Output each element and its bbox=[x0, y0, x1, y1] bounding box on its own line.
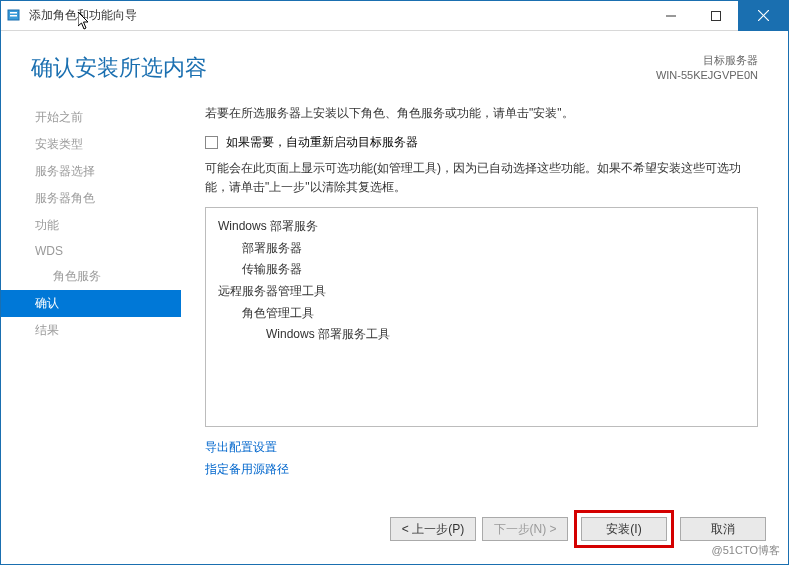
svg-rect-4 bbox=[711, 11, 720, 20]
previous-button[interactable]: < 上一步(P) bbox=[390, 517, 476, 541]
minimize-button[interactable] bbox=[648, 1, 693, 31]
sidebar-item-0[interactable]: 开始之前 bbox=[1, 104, 181, 131]
feature-item: 部署服务器 bbox=[218, 238, 745, 260]
next-button[interactable]: 下一步(N) > bbox=[482, 517, 568, 541]
header: 确认安装所选内容 目标服务器 WIN-55KEJGVPE0N bbox=[1, 31, 788, 94]
app-icon bbox=[7, 8, 23, 24]
sidebar-item-5[interactable]: WDS bbox=[1, 239, 181, 263]
sidebar-item-6[interactable]: 角色服务 bbox=[1, 263, 181, 290]
window-title: 添加角色和功能向导 bbox=[29, 7, 137, 24]
close-button[interactable] bbox=[738, 1, 788, 31]
export-config-link[interactable]: 导出配置设置 bbox=[205, 437, 758, 459]
target-server-name: WIN-55KEJGVPE0N bbox=[656, 68, 758, 83]
svg-rect-1 bbox=[10, 12, 17, 14]
feature-item: 传输服务器 bbox=[218, 259, 745, 281]
sidebar-item-8[interactable]: 结果 bbox=[1, 317, 181, 344]
page-heading: 确认安装所选内容 bbox=[31, 53, 656, 83]
install-button[interactable]: 安装(I) bbox=[581, 517, 667, 541]
titlebar: 添加角色和功能向导 bbox=[1, 1, 788, 31]
sidebar-item-1[interactable]: 安装类型 bbox=[1, 131, 181, 158]
maximize-button[interactable] bbox=[693, 1, 738, 31]
svg-rect-2 bbox=[10, 15, 17, 17]
install-highlight: 安装(I) bbox=[574, 510, 674, 548]
body: 开始之前安装类型服务器选择服务器角色功能WDS角色服务确认结果 若要在所选服务器… bbox=[1, 94, 788, 508]
footer: < 上一步(P) 下一步(N) > 安装(I) 取消 bbox=[1, 508, 788, 564]
restart-checkbox-label: 如果需要，自动重新启动目标服务器 bbox=[226, 134, 418, 151]
links-area: 导出配置设置 指定备用源路径 bbox=[205, 437, 758, 480]
sidebar-item-3[interactable]: 服务器角色 bbox=[1, 185, 181, 212]
restart-checkbox[interactable] bbox=[205, 136, 218, 149]
sidebar-item-4[interactable]: 功能 bbox=[1, 212, 181, 239]
alternate-source-link[interactable]: 指定备用源路径 bbox=[205, 459, 758, 481]
watermark: @51CTO博客 bbox=[709, 542, 783, 559]
sidebar: 开始之前安装类型服务器选择服务器角色功能WDS角色服务确认结果 bbox=[1, 94, 181, 508]
feature-item: Windows 部署服务 bbox=[218, 216, 745, 238]
wizard-window: 添加角色和功能向导 确认安装所选内容 目标服务器 WIN-55KEJGVPE0N… bbox=[0, 0, 789, 565]
optional-features-note: 可能会在此页面上显示可选功能(如管理工具)，因为已自动选择这些功能。如果不希望安… bbox=[205, 159, 758, 197]
feature-item: 远程服务器管理工具 bbox=[218, 281, 745, 303]
sidebar-item-7[interactable]: 确认 bbox=[1, 290, 181, 317]
target-server-info: 目标服务器 WIN-55KEJGVPE0N bbox=[656, 53, 758, 84]
sidebar-item-2[interactable]: 服务器选择 bbox=[1, 158, 181, 185]
selected-features-list: Windows 部署服务部署服务器传输服务器远程服务器管理工具角色管理工具Win… bbox=[205, 207, 758, 427]
feature-item: 角色管理工具 bbox=[218, 303, 745, 325]
restart-checkbox-row[interactable]: 如果需要，自动重新启动目标服务器 bbox=[205, 134, 758, 151]
target-label: 目标服务器 bbox=[656, 53, 758, 68]
cancel-button[interactable]: 取消 bbox=[680, 517, 766, 541]
intro-text: 若要在所选服务器上安装以下角色、角色服务或功能，请单击"安装"。 bbox=[205, 104, 758, 122]
feature-item: Windows 部署服务工具 bbox=[218, 324, 745, 346]
content-area: 若要在所选服务器上安装以下角色、角色服务或功能，请单击"安装"。 如果需要，自动… bbox=[181, 94, 788, 508]
